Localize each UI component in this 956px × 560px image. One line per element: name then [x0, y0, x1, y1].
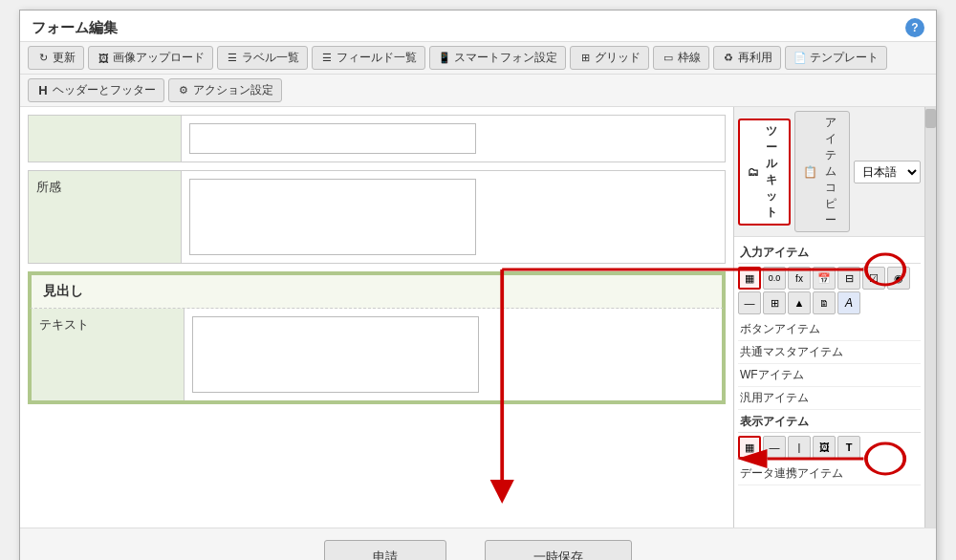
input-fx-icon[interactable]: fx	[788, 267, 811, 290]
form-heading-section: 見出し テキスト	[28, 271, 726, 404]
common-master-row[interactable]: 共通マスタアイテム	[738, 341, 921, 364]
bottom-bar: 申請 一時保存	[20, 528, 936, 560]
input-items-icons: ▦ 0.0 fx 📅 ⊟ ☑ ◉ — ⊞ ▲ 🗎 A	[738, 267, 921, 314]
toolkit-button[interactable]: 🗂 ツールキット	[738, 118, 791, 226]
header-footer-button[interactable]: H ヘッダーとフッター	[28, 78, 164, 102]
action-icon: ⚙	[177, 84, 190, 97]
form-field-sokan	[182, 171, 725, 263]
top-section	[28, 115, 726, 162]
form-label-text: テキスト	[32, 309, 185, 400]
form-textarea-sokan[interactable]	[189, 179, 476, 255]
template-button[interactable]: 📄 テンプレート	[785, 46, 887, 70]
temp-save-button[interactable]: 一時保存	[485, 540, 632, 560]
grid-icon: ⊞	[578, 52, 592, 65]
input-table-icon[interactable]: ⊟	[837, 267, 860, 290]
display-items-icons: ▦ — | 🖼 T	[738, 436, 921, 459]
disp-text-icon[interactable]: T	[837, 436, 860, 459]
disp-table-icon[interactable]: ▦	[738, 436, 761, 459]
help-icon[interactable]: ?	[905, 18, 924, 37]
input-line-icon[interactable]: —	[738, 291, 761, 314]
general-items-row[interactable]: 汎用アイテム	[738, 387, 921, 410]
form-row-text: テキスト	[32, 309, 722, 400]
field-list-icon: ☰	[320, 52, 334, 65]
right-panel: 🗂 ツールキット 📋 アイテムコピー 日本語 English 入力アイテム ▦	[733, 107, 924, 528]
action-settings-button[interactable]: ⚙ アクション設定	[168, 78, 282, 102]
toolbar-row2: H ヘッダーとフッター ⚙ アクション設定	[20, 75, 936, 107]
disp-img-icon[interactable]: 🖼	[813, 436, 836, 459]
form-row-sokan: 所感	[29, 171, 725, 263]
input-num-icon[interactable]: 0.0	[763, 267, 786, 290]
main-window: フォーム編集 ? ↻ 更新 🖼 画像アップロード ☰ ラベル一覧 ☰ フィールド…	[19, 10, 937, 560]
image-upload-button[interactable]: 🖼 画像アップロード	[88, 46, 213, 70]
smartphone-icon: 📱	[438, 52, 451, 65]
right-panel-top: 🗂 ツールキット 📋 アイテムコピー 日本語 English	[734, 107, 924, 237]
data-link-row[interactable]: データ連携アイテム	[738, 463, 921, 485]
input-check-icon[interactable]: ☑	[862, 267, 885, 290]
reuse-button[interactable]: ♻ 再利用	[713, 46, 781, 70]
template-icon: 📄	[793, 52, 807, 65]
form-field-text	[185, 309, 722, 400]
grid-button[interactable]: ⊞ グリッド	[570, 46, 649, 70]
refresh-icon: ↻	[36, 52, 50, 65]
display-items-title: 表示アイテム	[738, 410, 921, 433]
input-cal-icon[interactable]: 📅	[813, 267, 836, 290]
reuse-icon: ♻	[722, 52, 735, 65]
input-file-icon[interactable]: 🗎	[813, 291, 836, 314]
header-footer-icon: H	[36, 84, 50, 97]
button-items-row[interactable]: ボタンアイテム	[738, 318, 921, 341]
toolkit-suitcase-icon: 🗂	[748, 165, 759, 179]
disp-vline-icon[interactable]: |	[788, 436, 811, 459]
section-header: 見出し	[30, 273, 724, 309]
disp-line-icon[interactable]: —	[763, 436, 786, 459]
input-grid-icon[interactable]: ▦	[738, 267, 761, 290]
window-title: フォーム編集	[32, 19, 118, 37]
input-radio-icon[interactable]: ◉	[887, 267, 910, 290]
border-icon: ▭	[662, 52, 675, 65]
scroll-thumb[interactable]	[925, 109, 936, 128]
form-area: 所感 見出し テキスト	[20, 107, 733, 528]
form-label-empty	[29, 116, 182, 162]
form-row-empty	[29, 116, 725, 162]
input-a-icon[interactable]: A	[837, 291, 860, 314]
toolkit-panel: 入力アイテム ▦ 0.0 fx 📅 ⊟ ☑ ◉ — ⊞ ▲ 🗎 A	[734, 237, 924, 528]
field-list-button[interactable]: ☰ フィールド一覧	[312, 46, 425, 70]
form-label-sokan: 所感	[29, 171, 182, 263]
toolbar-row1: ↻ 更新 🖼 画像アップロード ☰ ラベル一覧 ☰ フィールド一覧 📱 スマート…	[20, 42, 936, 75]
item-copy-button[interactable]: 📋 アイテムコピー	[794, 111, 850, 232]
label-list-button[interactable]: ☰ ラベル一覧	[217, 46, 308, 70]
input-multi-icon[interactable]: ⊞	[763, 291, 786, 314]
copy-icon: 📋	[803, 165, 817, 179]
border-button[interactable]: ▭ 枠線	[653, 46, 709, 70]
sokan-section: 所感	[28, 170, 726, 264]
submit-button[interactable]: 申請	[324, 540, 446, 560]
image-icon: 🖼	[97, 52, 110, 65]
section-body: テキスト	[30, 309, 724, 402]
label-list-icon: ☰	[226, 52, 239, 65]
form-field-empty	[182, 116, 725, 162]
input-items-title: 入力アイテム	[738, 241, 921, 264]
main-area: 所感 見出し テキスト	[20, 107, 936, 528]
language-select[interactable]: 日本語 English	[854, 161, 921, 183]
smartphone-button[interactable]: 📱 スマートフォン設定	[429, 46, 566, 70]
wf-items-row[interactable]: WFアイテム	[738, 364, 921, 387]
input-up-icon[interactable]: ▲	[788, 291, 811, 314]
refresh-button[interactable]: ↻ 更新	[28, 46, 84, 70]
scrollbar[interactable]	[924, 107, 936, 528]
form-input-empty[interactable]	[189, 123, 476, 154]
form-textarea-text[interactable]	[192, 316, 479, 393]
